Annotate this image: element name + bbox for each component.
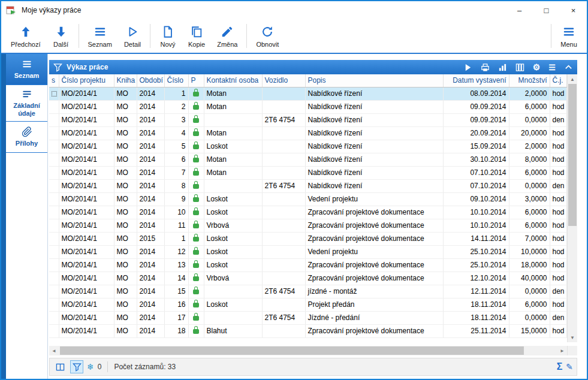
column-header-p[interactable]: P — [188, 74, 204, 87]
cell-date[interactable]: 20.09.2014 — [443, 126, 509, 140]
table-row[interactable]: MO/2014/1MO201482T6 4754Nabídkové řízení… — [49, 179, 567, 192]
cell-unit[interactable]: hod — [550, 219, 567, 232]
filter-icon[interactable] — [53, 63, 62, 72]
cell-unit[interactable]: hod — [550, 126, 567, 140]
cell-contact[interactable] — [204, 311, 262, 324]
cell-desc[interactable]: Nabídkové řízení — [305, 140, 443, 153]
cell-book[interactable]: MO — [114, 245, 137, 258]
cell-proj[interactable]: MO/2014/1 — [59, 232, 114, 245]
cell-proj[interactable]: MO/2014/1 — [59, 192, 114, 206]
cell-desc[interactable]: Zpracování projektové dokumentace — [305, 272, 443, 285]
cell-lock[interactable] — [188, 126, 204, 140]
cell-sel[interactable] — [49, 285, 59, 298]
cell-vehicle[interactable]: 2T6 4754 — [262, 113, 305, 126]
cell-qty[interactable]: 7,0000 — [509, 232, 550, 245]
cell-proj[interactable]: MO/2014/1 — [59, 87, 114, 100]
cell-period[interactable]: 2014 — [137, 100, 164, 113]
minimize-button[interactable]: – — [506, 1, 533, 19]
cell-desc[interactable]: Nabídkové řízení — [305, 179, 443, 192]
sidebar-item-prilohy[interactable]: Přílohy — [6, 122, 47, 153]
cell-date[interactable]: 25.10.2014 — [443, 245, 509, 258]
cell-book[interactable]: MO — [114, 192, 137, 206]
cell-period[interactable]: 2014 — [137, 179, 164, 192]
cell-date[interactable]: 12.10.2014 — [443, 272, 509, 285]
cell-sel[interactable] — [49, 126, 59, 140]
cell-period[interactable]: 2015 — [137, 232, 164, 245]
cell-vehicle[interactable]: 2T6 4754 — [262, 285, 305, 298]
table-row[interactable]: MO/2014/1MO20151LoskotZpracování projekt… — [49, 232, 567, 245]
table-row[interactable]: MO/2014/1MO2014172T6 4754Jízdné - předán… — [49, 311, 567, 324]
gear-icon[interactable]: ⚙ — [533, 63, 541, 71]
cell-sel[interactable] — [49, 192, 59, 206]
table-row[interactable]: MO/2014/1MO201432T6 4754Nabídkové řízení… — [49, 113, 567, 126]
cell-date[interactable]: 18.11.2014 — [443, 311, 509, 324]
cell-vehicle[interactable]: 2T6 4754 — [262, 179, 305, 192]
cell-num[interactable]: 6 — [164, 153, 188, 166]
cell-date[interactable]: 09.09.2014 — [443, 100, 509, 113]
copy-button[interactable]: Kopie — [182, 20, 211, 52]
cell-period[interactable]: 2014 — [137, 126, 164, 140]
table-row[interactable]: MO/2014/1MO20141MotanNabídkové řízení08.… — [49, 87, 567, 100]
cell-book[interactable]: MO — [114, 272, 137, 285]
cell-vehicle[interactable] — [262, 153, 305, 166]
cell-vehicle[interactable] — [262, 206, 305, 219]
cell-lock[interactable] — [188, 166, 204, 179]
cell-book[interactable]: MO — [114, 258, 137, 272]
cell-proj[interactable]: MO/2014/1 — [59, 298, 114, 311]
cell-unit[interactable]: hod — [550, 298, 567, 311]
cell-sel[interactable] — [49, 87, 59, 100]
cell-num[interactable]: 3 — [164, 113, 188, 126]
cell-lock[interactable] — [188, 272, 204, 285]
cell-contact[interactable]: Loskot — [204, 258, 262, 272]
cell-desc[interactable]: Vedení projektu — [305, 245, 443, 258]
cell-proj[interactable]: MO/2014/1 — [59, 245, 114, 258]
cell-contact[interactable]: Vrbová — [204, 219, 262, 232]
cell-book[interactable]: MO — [114, 113, 137, 126]
cell-num[interactable]: 4 — [164, 126, 188, 140]
cell-num[interactable]: 9 — [164, 192, 188, 206]
cell-contact[interactable]: Motan — [204, 126, 262, 140]
table-row[interactable]: MO/2014/1MO20149LoskotVedení projektu09.… — [49, 192, 567, 206]
sidebar-item-zakladni-udaje[interactable]: Základní údaje — [6, 85, 47, 122]
cell-unit[interactable]: hod — [550, 100, 567, 113]
cell-date[interactable]: 10.10.2014 — [443, 206, 509, 219]
cell-num[interactable]: 12 — [164, 245, 188, 258]
cell-contact[interactable] — [204, 113, 262, 126]
cell-qty[interactable]: 40,0000 — [509, 272, 550, 285]
cell-contact[interactable]: Motan — [204, 166, 262, 179]
column-header-kniha[interactable]: Kniha — [114, 74, 137, 87]
cell-proj[interactable]: MO/2014/1 — [59, 285, 114, 298]
cell-desc[interactable]: Jízdné - předání — [305, 311, 443, 324]
cell-period[interactable]: 2014 — [137, 87, 164, 100]
cell-contact[interactable]: Loskot — [204, 232, 262, 245]
cell-qty[interactable]: 18,0000 — [509, 258, 550, 272]
cell-sel[interactable] — [49, 113, 59, 126]
cell-proj[interactable]: MO/2014/1 — [59, 311, 114, 324]
cell-lock[interactable] — [188, 311, 204, 324]
cell-contact[interactable]: Blahut — [204, 324, 262, 337]
cell-desc[interactable]: Projekt předán — [305, 298, 443, 311]
cell-period[interactable]: 2014 — [137, 219, 164, 232]
menu-button[interactable]: Menu — [554, 20, 583, 52]
table-row[interactable]: MO/2014/1MO201410LoskotZpracování projek… — [49, 206, 567, 219]
cell-desc[interactable]: Zpracování projektové dokumentace — [305, 324, 443, 337]
table-row[interactable]: MO/2014/1MO201412LoskotVedení projektu25… — [49, 245, 567, 258]
cell-unit[interactable]: hod — [550, 192, 567, 206]
refresh-button[interactable]: Obnovit — [250, 20, 285, 52]
new-button[interactable]: Nový — [153, 20, 182, 52]
table-row[interactable]: MO/2014/1MO20142MotanNabídkové řízení09.… — [49, 100, 567, 113]
cell-date[interactable]: 08.09.2014 — [443, 87, 509, 100]
cell-num[interactable]: 1 — [164, 232, 188, 245]
cell-period[interactable]: 2014 — [137, 285, 164, 298]
vertical-scroll-track[interactable] — [568, 84, 577, 333]
scroll-right-arrow[interactable]: ► — [557, 346, 567, 355]
cell-sel[interactable] — [49, 219, 59, 232]
cell-desc[interactable]: Nabídkové řízení — [305, 113, 443, 126]
cell-qty[interactable]: 0,0000 — [509, 179, 550, 192]
cell-lock[interactable] — [188, 298, 204, 311]
cell-proj[interactable]: MO/2014/1 — [59, 126, 114, 140]
freeze-icon[interactable]: ❄ — [87, 362, 94, 372]
cell-unit[interactable]: hod — [550, 206, 567, 219]
cell-unit[interactable]: den — [550, 113, 567, 126]
cell-vehicle[interactable] — [262, 192, 305, 206]
